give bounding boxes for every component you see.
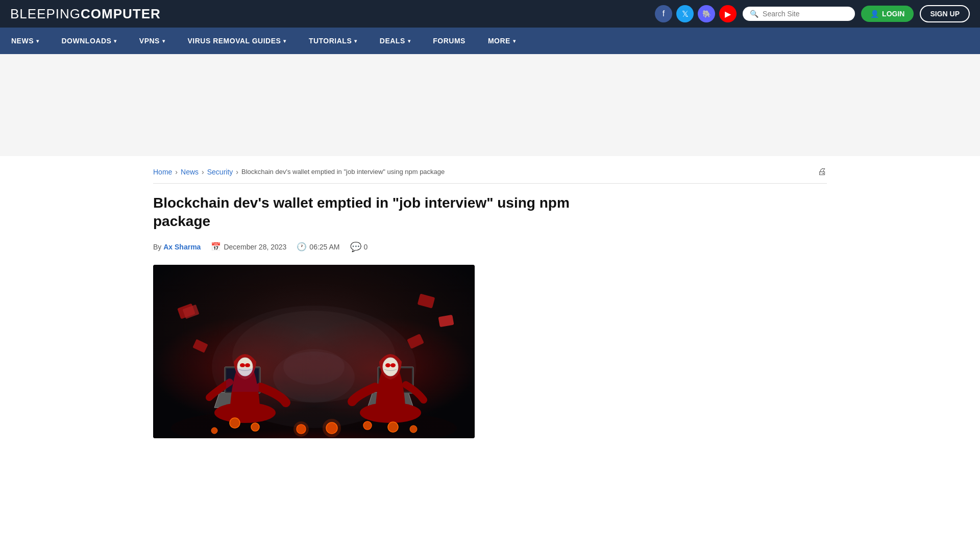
- nav-arrow-news: ▾: [36, 38, 39, 44]
- breadcrumb-current: Blockchain dev's wallet emptied in "job …: [241, 168, 445, 176]
- nav-item-news[interactable]: NEWS ▾: [0, 28, 51, 54]
- login-user-icon: 👤: [870, 10, 879, 18]
- article-image: [153, 265, 475, 438]
- nav-item-downloads[interactable]: DOWNLOADS ▾: [51, 28, 128, 54]
- svg-point-28: [251, 423, 259, 431]
- svg-point-12: [245, 363, 250, 367]
- nav-item-deals[interactable]: DEALS ▾: [369, 28, 422, 54]
- main-nav: NEWS ▾ DOWNLOADS ▾ VPNS ▾ VIRUS REMOVAL …: [0, 28, 980, 54]
- nav-item-more[interactable]: MORE ▾: [477, 28, 527, 54]
- nav-item-vpns[interactable]: VPNS ▾: [128, 28, 177, 54]
- breadcrumb-news[interactable]: News: [181, 168, 199, 176]
- article-date: December 28, 2023: [224, 243, 286, 251]
- svg-point-20: [390, 363, 396, 367]
- breadcrumb-sep-3: ›: [236, 168, 238, 176]
- mastodon-icon[interactable]: 🐘: [698, 5, 715, 22]
- svg-point-18: [383, 358, 398, 376]
- comment-icon: 💬: [350, 241, 361, 253]
- nav-arrow-deals: ▾: [408, 38, 411, 44]
- signup-button[interactable]: SIGN UP: [920, 5, 970, 22]
- breadcrumb: Home › News › Security › Blockchain dev'…: [153, 166, 827, 184]
- breadcrumb-sep-2: ›: [202, 168, 204, 176]
- author-link[interactable]: Ax Sharma: [163, 243, 201, 251]
- article-hero-svg: [153, 265, 475, 438]
- svg-point-35: [293, 421, 309, 437]
- svg-point-11: [240, 363, 245, 367]
- comments-count: 0: [364, 243, 368, 251]
- clock-icon: 🕐: [297, 242, 307, 252]
- svg-point-34: [410, 425, 417, 433]
- breadcrumb-home[interactable]: Home: [153, 168, 172, 176]
- svg-point-31: [363, 421, 372, 430]
- facebook-icon[interactable]: f: [655, 5, 672, 22]
- article-time: 06:25 AM: [309, 243, 339, 251]
- logo-light: BLEEPING: [10, 6, 81, 21]
- nav-arrow-tutorials: ▾: [354, 38, 357, 44]
- ad-banner: [0, 54, 980, 156]
- svg-point-33: [211, 428, 217, 434]
- print-icon[interactable]: 🖨: [818, 166, 827, 177]
- header-right: f 𝕏 🐘 ▶ 🔍 👤 LOGIN SIGN UP: [655, 5, 970, 22]
- article-meta: By Ax Sharma 📅 December 28, 2023 🕐 06:25…: [153, 241, 827, 253]
- breadcrumb-security[interactable]: Security: [207, 168, 233, 176]
- svg-point-19: [385, 363, 390, 367]
- nav-arrow-vpns: ▾: [162, 38, 165, 44]
- search-bar: 🔍: [743, 7, 855, 21]
- login-button[interactable]: 👤 LOGIN: [861, 6, 914, 22]
- svg-point-36: [323, 419, 341, 437]
- site-logo[interactable]: BLEEPINGCOMPUTER: [10, 6, 161, 22]
- site-header: BLEEPINGCOMPUTER f 𝕏 🐘 ▶ 🔍 👤 LOGIN SIGN …: [0, 0, 980, 28]
- nav-arrow-downloads: ▾: [114, 38, 117, 44]
- date-meta: 📅 December 28, 2023: [211, 242, 286, 252]
- breadcrumb-sep-1: ›: [175, 168, 178, 176]
- svg-point-39: [283, 349, 345, 385]
- social-icons: f 𝕏 🐘 ▶: [655, 5, 737, 22]
- content-wrapper: Home › News › Security › Blockchain dev'…: [133, 156, 847, 459]
- article-image-content: [153, 265, 475, 438]
- comments-meta: 💬 0: [350, 241, 368, 253]
- search-input[interactable]: [763, 10, 848, 18]
- author-info: By Ax Sharma: [153, 243, 201, 251]
- article-title: Blockchain dev's wallet emptied in "job …: [153, 194, 612, 231]
- svg-point-27: [230, 418, 240, 428]
- svg-point-32: [388, 422, 398, 432]
- youtube-icon[interactable]: ▶: [719, 5, 737, 22]
- calendar-icon: 📅: [211, 242, 221, 252]
- nav-arrow-virus: ▾: [283, 38, 286, 44]
- breadcrumb-left: Home › News › Security › Blockchain dev'…: [153, 168, 445, 176]
- nav-item-virus-removal[interactable]: VIRUS REMOVAL GUIDES ▾: [176, 28, 297, 54]
- nav-item-forums[interactable]: FORUMS: [422, 28, 477, 54]
- author-label: By: [153, 243, 161, 251]
- logo-bold: COMPUTER: [81, 6, 161, 21]
- svg-rect-37: [226, 368, 259, 392]
- nav-arrow-more: ▾: [513, 38, 516, 44]
- nav-item-tutorials[interactable]: TUTORIALS ▾: [298, 28, 369, 54]
- twitter-icon[interactable]: 𝕏: [676, 5, 694, 22]
- search-icon: 🔍: [750, 10, 758, 18]
- time-meta: 🕐 06:25 AM: [297, 242, 339, 252]
